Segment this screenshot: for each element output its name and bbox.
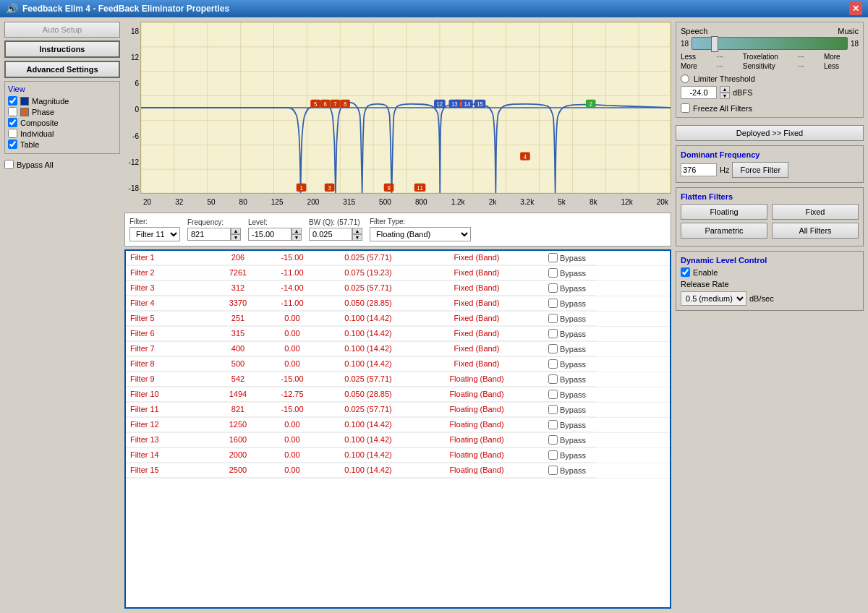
bypass-cell[interactable]: Bypass <box>538 387 596 402</box>
bypass-cell[interactable]: Bypass <box>538 403 596 417</box>
limiter-label: Limiter Threshold <box>694 74 755 83</box>
fixed-button[interactable]: Fixed <box>772 204 859 220</box>
filter-bypass-checkbox[interactable] <box>548 374 558 384</box>
x-axis: 20 32 50 80 125 200 315 500 800 1.2k 2k … <box>140 194 671 210</box>
filter-freq-cell: 2000 <box>213 448 263 463</box>
x-label: 3.2k <box>520 198 534 206</box>
filter-bw-cell: 0.100 (14.42) <box>321 312 415 326</box>
title-bar-title: Feedback Elim 4 - FeedBack Eliminator Pr… <box>22 4 229 14</box>
filter-bypass-checkbox[interactable] <box>548 405 558 414</box>
parametric-button[interactable]: Parametric <box>681 223 767 239</box>
filter-type-label: Filter Type: <box>370 218 471 226</box>
release-select[interactable]: 0.5 (medium) 0.1 (slow) 1.0 (fast) 2.0 (… <box>681 291 746 306</box>
bypass-cell[interactable]: Bypass <box>538 296 596 311</box>
svg-text:7: 7 <box>333 101 337 108</box>
freeze-checkbox[interactable] <box>681 103 690 113</box>
bypass-cell[interactable]: Bypass <box>538 312 596 326</box>
enable-row: Enable <box>681 267 859 277</box>
dominant-freq-section: Dominant Frequency Hz Force Filter <box>676 145 864 183</box>
filter-bypass-checkbox[interactable] <box>548 253 558 262</box>
slider-thumb[interactable] <box>711 36 718 52</box>
bypass-all-checkbox[interactable] <box>4 160 14 169</box>
x-label: 8k <box>590 198 597 206</box>
filter-bypass-checkbox[interactable] <box>548 359 558 369</box>
dots1: ··· <box>717 53 741 61</box>
filter-level-cell: -12.75 <box>263 387 321 402</box>
close-button[interactable]: ✕ <box>849 2 862 15</box>
filter-bypass-checkbox[interactable] <box>548 314 558 323</box>
frequency-input[interactable] <box>187 228 231 241</box>
threshold-down-btn[interactable]: ▼ <box>720 93 730 99</box>
bw-down-btn[interactable]: ▼ <box>352 234 362 241</box>
all-filters-button[interactable]: All Filters <box>772 223 859 239</box>
speech-music-slider[interactable] <box>692 37 848 50</box>
bypass-cell[interactable]: Bypass <box>538 372 596 387</box>
filter-type-cell: Floating (Band) <box>415 403 538 417</box>
filter-bypass-checkbox[interactable] <box>548 450 558 460</box>
phase-checkbox[interactable] <box>8 107 17 116</box>
bypass-cell[interactable]: Bypass <box>538 357 596 372</box>
floating-button[interactable]: Floating <box>681 204 767 220</box>
bypass-cell[interactable]: Bypass <box>538 251 596 265</box>
view-individual: Individual <box>8 129 116 138</box>
filter-select[interactable]: Filter 11 <box>129 227 180 241</box>
level-up-btn[interactable]: ▲ <box>292 228 302 234</box>
enable-checkbox[interactable] <box>681 267 690 277</box>
bypass-cell[interactable]: Bypass <box>538 418 596 432</box>
filter-bypass-checkbox[interactable] <box>548 344 558 353</box>
bw-group: BW (Q): (57.71) ▲ ▼ <box>309 218 362 241</box>
freq-up-btn[interactable]: ▲ <box>231 228 241 234</box>
bypass-cell[interactable]: Bypass <box>538 281 596 296</box>
advanced-settings-button[interactable]: Advanced Settings <box>4 61 120 78</box>
filter-table-row: Filter 27261-11.000.075 (19.23)Fixed (Ba… <box>126 266 670 281</box>
bw-up-btn[interactable]: ▲ <box>352 228 362 234</box>
filter-table-row: Filter 43370-11.000.050 (28.85)Fixed (Ba… <box>126 296 670 312</box>
auto-setup-button[interactable]: Auto Setup <box>4 22 120 38</box>
filter-bypass-checkbox[interactable] <box>548 299 558 308</box>
bypass-cell[interactable]: Bypass <box>538 433 596 447</box>
filter-bypass-checkbox[interactable] <box>548 435 558 445</box>
filter-table-container: Filter 1206-15.000.025 (57.71)Fixed (Ban… <box>124 249 671 609</box>
filter-bypass-checkbox[interactable] <box>548 268 558 278</box>
x-label: 12k <box>621 198 633 206</box>
limiter-radio[interactable] <box>681 74 689 83</box>
bypass-cell[interactable]: Bypass <box>538 463 596 478</box>
threshold-up-btn[interactable]: ▲ <box>720 86 730 93</box>
left-panel: Auto Setup Instructions Advanced Setting… <box>4 22 120 609</box>
force-filter-button[interactable]: Force Filter <box>732 162 788 178</box>
deployed-fixed-button[interactable]: Deployed >> Fixed <box>676 125 864 141</box>
bypass-cell[interactable]: Bypass <box>538 266 596 280</box>
view-magnitude: Magnitude <box>8 96 116 106</box>
composite-checkbox[interactable] <box>8 118 17 127</box>
filter-bypass-checkbox[interactable] <box>548 283 558 293</box>
dbfs-label: dBFS <box>733 88 753 97</box>
x-label: 125 <box>271 198 284 206</box>
bypass-cell[interactable]: Bypass <box>538 448 596 463</box>
filter-bypass-checkbox[interactable] <box>548 466 558 475</box>
level-input[interactable] <box>248 228 292 241</box>
filter-freq-cell: 400 <box>213 342 263 356</box>
filter-bypass-checkbox[interactable] <box>548 420 558 429</box>
threshold-input[interactable] <box>681 86 717 99</box>
filter-type-cell: Fixed (Band) <box>415 357 538 372</box>
dots3: ··· <box>717 62 741 70</box>
level-down-btn[interactable]: ▼ <box>292 234 302 241</box>
filter-name-cell: Filter 15 <box>126 463 213 478</box>
bypass-cell[interactable]: Bypass <box>538 342 596 356</box>
filter-level-cell: 0.00 <box>263 327 321 341</box>
magnitude-checkbox[interactable] <box>8 96 17 106</box>
dominant-freq-input[interactable] <box>681 163 717 176</box>
filter-name-cell: Filter 6 <box>126 327 213 341</box>
dbsec-label: dB/sec <box>749 294 774 303</box>
filter-bypass-checkbox[interactable] <box>548 390 558 399</box>
x-label: 50 <box>207 198 215 206</box>
table-checkbox[interactable] <box>8 140 17 149</box>
filter-name-cell: Filter 9 <box>126 372 213 387</box>
individual-checkbox[interactable] <box>8 129 17 138</box>
filter-bypass-checkbox[interactable] <box>548 329 558 338</box>
bw-input[interactable] <box>309 228 352 241</box>
instructions-button[interactable]: Instructions <box>4 40 120 58</box>
bypass-cell[interactable]: Bypass <box>538 327 596 341</box>
freq-down-btn[interactable]: ▼ <box>231 234 241 241</box>
filter-type-select[interactable]: Floating (Band) Fixed (Band) <box>370 227 471 241</box>
